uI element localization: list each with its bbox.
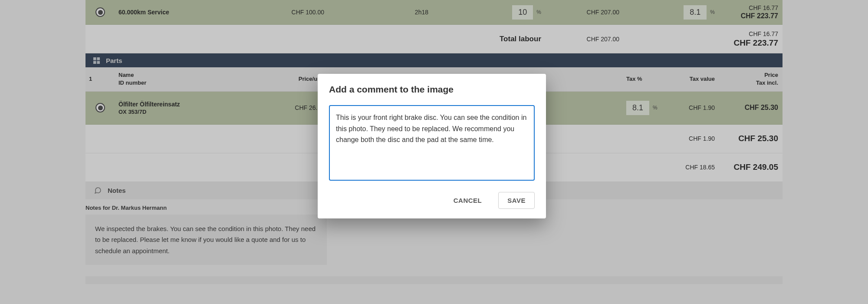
cancel-button[interactable]: CANCEL [445, 192, 491, 208]
comment-textarea[interactable] [329, 105, 535, 181]
modal-title: Add a comment to the image [329, 84, 535, 95]
save-button[interactable]: SAVE [498, 192, 535, 209]
comment-modal: Add a comment to the image CANCEL SAVE [318, 74, 546, 218]
